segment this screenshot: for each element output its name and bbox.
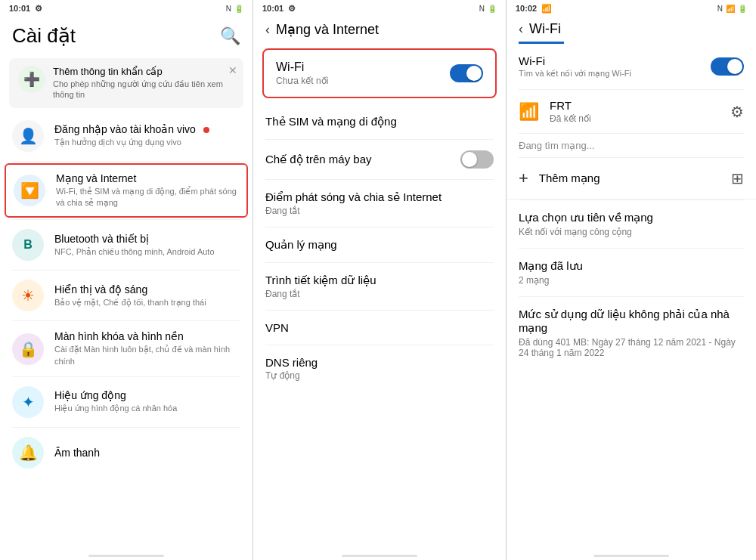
time-1: 10:01	[9, 4, 30, 13]
network-icon: 🔽	[14, 175, 45, 206]
n-icon-3: N	[717, 5, 723, 13]
settings-list: 👤 Đăng nhập vào tài khoản vivo Tận hưởng…	[0, 111, 253, 552]
dot-indicator	[203, 127, 209, 133]
animation-item[interactable]: ✦ Hiệu ứng động Hiệu ứng hình động cá nh…	[0, 377, 253, 427]
dns-title: DNS riêng	[265, 356, 494, 369]
add-network-label: Thêm mạng	[539, 172, 720, 185]
network-internet-item[interactable]: 🔽 Mạng và Internet Wi-Fi, thẻ SIM và mạn…	[5, 163, 248, 218]
network-header-title: Mạng và Internet	[276, 21, 379, 38]
wifi-signal-frt-icon: 📶	[519, 102, 539, 122]
frt-network-status: Đã kết nối	[550, 113, 720, 124]
hotspot-sub: Đang tắt	[265, 206, 494, 216]
panel-network: 10:01 ⚙ N 🔋 ‹ Mạng và Internet Wi-Fi Chư…	[253, 0, 507, 560]
time-3: 10:02	[516, 4, 537, 13]
settings-status-icon: ⚙	[35, 4, 42, 14]
wifi-header: ‹ Wi-Fi	[507, 17, 756, 42]
status-bar-2: 10:01 ⚙ N 🔋	[253, 0, 506, 17]
wifi-main-sub: Tìm và kết nối với mạng Wi-Fi	[519, 69, 631, 79]
close-icon[interactable]: ✕	[228, 64, 237, 76]
priority-item[interactable]: Lựa chọn ưu tiên về mạng Kết nối với mạn…	[507, 200, 756, 248]
vpn-title: VPN	[265, 321, 494, 334]
lockscreen-sub: Cài đặt Màn hình luôn bật, chủ đề và màn…	[54, 344, 240, 367]
sim-item[interactable]: Thẻ SIM và mạng di động	[253, 104, 506, 139]
airplane-item[interactable]: Chế độ trên máy bay	[253, 140, 506, 179]
panel-settings: 10:01 ⚙ N 🔋 Cài đặt 🔍 ➕ Thêm thông tin k…	[0, 0, 253, 560]
vivo-login-item[interactable]: 👤 Đăng nhập vào tài khoản vivo Tận hưởng…	[0, 111, 253, 161]
lockscreen-title: Màn hình khóa và hình nền	[54, 330, 240, 342]
n-icon-2: N	[479, 5, 485, 13]
sound-icon: 🔔	[12, 437, 44, 469]
dns-sub: Tự động	[265, 370, 494, 381]
emergency-icon: ➕	[18, 66, 45, 93]
settings-title: Cài đặt	[12, 24, 220, 48]
qr-icon[interactable]: ⊞	[731, 169, 744, 187]
wifi-main-title: Wi-Fi	[519, 54, 631, 67]
noncarrier-title: Mức sử dụng dữ liệu không phải của nhà m…	[519, 308, 744, 335]
saved-networks-item[interactable]: Mạng đã lưu 2 mạng	[507, 249, 756, 296]
vivo-title: Đăng nhập vào tài khoản vivo	[54, 123, 196, 135]
panel-wifi: 10:02 📶 N 📶 🔋 ‹ Wi-Fi Wi-Fi Tìm và kết n…	[507, 0, 756, 560]
priority-title: Lựa chọn ưu tiên về mạng	[519, 211, 744, 224]
add-icon: +	[519, 169, 528, 188]
hotspot-item[interactable]: Điểm phát sóng và chia sẻ Internet Đang …	[253, 180, 506, 227]
wifi-toggle[interactable]	[450, 64, 483, 82]
back-icon-3[interactable]: ‹	[519, 21, 523, 37]
noncarrier-item[interactable]: Mức sử dụng dữ liệu không phải của nhà m…	[507, 297, 756, 369]
wifi-card[interactable]: Wi-Fi Chưa kết nối	[262, 48, 497, 98]
bluetooth-sub: NFC, Phản chiếu thông minh, Android Auto	[54, 246, 240, 258]
display-title: Hiển thị và độ sáng	[54, 283, 240, 295]
dns-item[interactable]: DNS riêng Tự động	[253, 345, 506, 391]
network-menu-list: Thẻ SIM và mạng di động Chế độ trên máy …	[253, 104, 506, 552]
wifi-card-title: Wi-Fi	[276, 60, 328, 74]
display-item[interactable]: ☀ Hiển thị và độ sáng Bảo vệ mặt, Chế độ…	[0, 271, 253, 320]
vivo-sub: Tận hưởng dịch vụ ứng dụng vivo	[54, 137, 240, 148]
manage-item[interactable]: Quản lý mạng	[253, 227, 506, 262]
emergency-banner[interactable]: ➕ Thêm thông tin khẩn cấp Cho phép những…	[9, 58, 243, 108]
frt-network-item[interactable]: 📶 FRT Đã kết nối ⚙	[507, 90, 756, 133]
saved-title: Mạng đã lưu	[519, 259, 744, 273]
airplane-toggle-knob	[462, 152, 477, 167]
sound-item[interactable]: 🔔 Âm thanh	[0, 428, 253, 478]
frt-network-name: FRT	[550, 99, 720, 112]
lockscreen-item[interactable]: 🔒 Màn hình khóa và hình nền Cài đặt Màn …	[0, 321, 253, 376]
datasaver-title: Trình tiết kiệm dữ liệu	[265, 274, 494, 287]
bluetooth-item[interactable]: B Bluetooth và thiết bị NFC, Phản chiếu …	[0, 220, 253, 270]
datasaver-sub: Đang tắt	[265, 289, 494, 299]
wifi-settings-list: Wi-Fi Tìm và kết nối với mạng Wi-Fi 📶 FR…	[507, 44, 756, 552]
n-icon-1: N	[226, 5, 231, 13]
network-header: ‹ Mạng và Internet	[253, 17, 506, 42]
search-icon[interactable]: 🔍	[220, 26, 240, 46]
display-icon: ☀	[12, 280, 44, 311]
lockscreen-icon: 🔒	[12, 333, 44, 365]
bottom-bar-2	[342, 555, 417, 557]
settings-icons-3: 📶	[541, 4, 552, 14]
battery-icon-3: 🔋	[738, 5, 747, 13]
noncarrier-sub: Đã dùng 401 MB: Ngày 27 tháng 12 năm 202…	[519, 337, 744, 358]
display-sub: Bảo vệ mặt, Chế độ tối, thanh trạng thái	[54, 297, 240, 308]
add-network-row[interactable]: + Thêm mạng ⊞	[507, 158, 756, 200]
animation-sub: Hiệu ứng hình động cá nhân hóa	[54, 403, 240, 414]
sim-title: Thẻ SIM và mạng di động	[265, 115, 494, 128]
sound-title: Âm thanh	[54, 447, 240, 459]
vpn-item[interactable]: VPN	[253, 311, 506, 345]
wifi-card-sub: Chưa kết nối	[276, 76, 328, 86]
hotspot-title: Điểm phát sóng và chia sẻ Internet	[265, 190, 494, 204]
frt-gear-icon[interactable]: ⚙	[730, 103, 744, 121]
back-icon-2[interactable]: ‹	[265, 22, 270, 38]
divider-1	[12, 161, 240, 162]
searching-text: Đang tìm mạng...	[507, 134, 756, 157]
time-2: 10:01	[262, 4, 284, 13]
saved-sub: 2 mạng	[519, 275, 744, 286]
wifi-main-toggle[interactable]	[711, 57, 744, 76]
toggle-knob	[466, 66, 482, 81]
wifi-signal-icon: 📶	[726, 5, 735, 13]
bluetooth-title: Bluetooth và thiết bị	[54, 233, 240, 245]
wifi-header-title: Wi-Fi	[529, 21, 561, 37]
airplane-title: Chế độ trên máy bay	[265, 153, 372, 166]
datasaver-item[interactable]: Trình tiết kiệm dữ liệu Đang tắt	[253, 263, 506, 310]
bottom-bar-1	[88, 555, 164, 557]
status-bar-1: 10:01 ⚙ N 🔋	[0, 0, 253, 17]
manage-title: Quản lý mạng	[265, 238, 494, 252]
airplane-toggle[interactable]	[460, 150, 494, 169]
wifi-main-toggle-row[interactable]: Wi-Fi Tìm và kết nối với mạng Wi-Fi	[507, 44, 756, 89]
